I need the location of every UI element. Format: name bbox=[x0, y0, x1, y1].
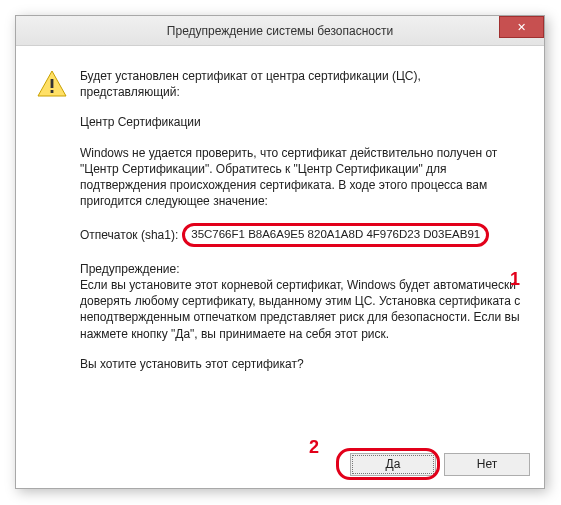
window-title: Предупреждение системы безопасности bbox=[167, 24, 393, 38]
svg-rect-0 bbox=[51, 79, 54, 88]
dialog-content: Будет установлен сертификат от центра се… bbox=[16, 46, 544, 440]
warning-body: Если вы установите этот корневой сертифи… bbox=[80, 278, 520, 341]
titlebar: Предупреждение системы безопасности ✕ bbox=[16, 16, 544, 46]
warning-paragraph: Предупреждение: Если вы установите этот … bbox=[80, 261, 524, 342]
intro-text: Будет установлен сертификат от центра се… bbox=[80, 68, 524, 100]
warning-heading: Предупреждение: bbox=[80, 262, 179, 276]
warning-icon bbox=[36, 68, 80, 100]
security-warning-dialog: Предупреждение системы безопасности ✕ Бу… bbox=[15, 15, 545, 489]
icon-column bbox=[36, 68, 80, 428]
thumbprint-row: Отпечаток (sha1): 35C766F1 B8A6A9E5 820A… bbox=[80, 223, 524, 247]
thumbprint-value: 35C766F1 B8A6A9E5 820A1A8D 4F976D23 D03E… bbox=[182, 223, 489, 247]
install-question: Вы хотите установить этот сертификат? bbox=[80, 356, 524, 372]
yes-button[interactable]: Да bbox=[350, 453, 436, 476]
close-icon: ✕ bbox=[517, 21, 526, 34]
annotation-2: 2 bbox=[309, 437, 319, 458]
button-row: 2 Да Нет bbox=[16, 440, 544, 488]
cannot-verify-text: Windows не удается проверить, что сертиф… bbox=[80, 145, 524, 210]
annotation-1: 1 bbox=[510, 269, 520, 290]
close-button[interactable]: ✕ bbox=[499, 16, 544, 38]
ca-name: Центр Сертификации bbox=[80, 114, 524, 130]
text-column: Будет установлен сертификат от центра се… bbox=[80, 68, 524, 428]
thumbprint-label: Отпечаток (sha1): bbox=[80, 227, 178, 243]
svg-rect-1 bbox=[51, 90, 54, 93]
no-button[interactable]: Нет bbox=[444, 453, 530, 476]
